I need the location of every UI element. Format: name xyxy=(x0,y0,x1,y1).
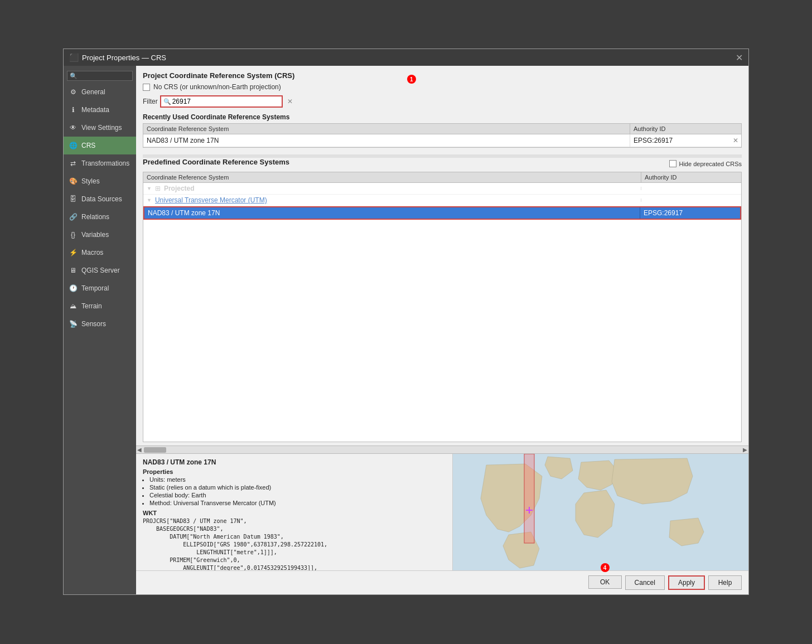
filter-row: Filter 🔍 ✕ xyxy=(143,95,742,108)
tree-col-auth-header: Authority ID xyxy=(641,172,741,182)
sidebar-item-temporal[interactable]: 🕐 Temporal xyxy=(64,279,136,297)
sidebar-item-macros[interactable]: ⚡ Macros xyxy=(64,244,136,262)
scroll-right-arrow[interactable]: ▶ xyxy=(743,447,747,453)
sidebar-label-temporal: Temporal xyxy=(81,284,109,292)
no-crs-label: No CRS (or unknown/non-Earth projection) xyxy=(153,83,281,91)
predefined-section: Predefined Coordinate Reference Systems … xyxy=(136,158,748,446)
tree-nad83-label: NAD83 / UTM zone 17N xyxy=(144,207,640,219)
sidebar-label-relations: Relations xyxy=(81,213,109,221)
prop-2: Celestial body: Earth xyxy=(149,492,446,498)
transformations-icon: ⇄ xyxy=(68,158,78,168)
sidebar-label-sensors: Sensors xyxy=(81,320,106,328)
sidebar-search-input[interactable] xyxy=(67,71,133,81)
sidebar-item-general[interactable]: ⚙ General xyxy=(64,83,136,101)
prop-0: Units: meters xyxy=(149,476,446,483)
window-title: Project Properties — CRS xyxy=(82,54,166,62)
tree-projected-label: ▼ ⊞ Projected xyxy=(143,183,641,194)
sidebar-item-sensors[interactable]: 📡 Sensors xyxy=(64,315,136,333)
predefined-title: Predefined Coordinate Reference Systems xyxy=(143,158,289,166)
footer-buttons: 4 OK Cancel Apply Help xyxy=(136,570,748,594)
tree-row-nad83-container: NAD83 / UTM zone 17N EPSG:26917 3 xyxy=(143,206,741,220)
wkt-code: PROJCRS["NAD83 / UTM zone 17N", BASEGEOG… xyxy=(143,517,446,570)
metadata-icon: ℹ xyxy=(68,105,78,115)
sidebar-item-terrain[interactable]: ⛰ Terrain xyxy=(64,297,136,315)
sidebar-label-styles: Styles xyxy=(81,177,100,185)
sidebar-label-general: General xyxy=(81,88,105,96)
recently-crs-name-0: NAD83 / UTM zone 17N xyxy=(143,134,630,147)
terrain-icon: ⛰ xyxy=(68,301,78,311)
sidebar-label-crs: CRS xyxy=(81,142,95,149)
predefined-crs-tree[interactable]: Coordinate Reference System Authority ID… xyxy=(143,172,742,442)
tree-row-nad83[interactable]: NAD83 / UTM zone 17N EPSG:26917 xyxy=(143,206,741,220)
properties-title: Properties xyxy=(143,468,446,475)
crs-top-section: Project Coordinate Reference System (CRS… xyxy=(136,66,748,154)
prop-3: Method: Universal Transverse Mercator (U… xyxy=(149,500,446,506)
sidebar-label-variables: Variables xyxy=(81,231,109,239)
sidebar-label-macros: Macros xyxy=(81,249,103,256)
horizontal-scrollbar[interactable]: ◀ ▶ xyxy=(136,446,748,453)
recently-used-table: Coordinate Reference System Authority ID… xyxy=(143,123,742,148)
page-title: Project Coordinate Reference System (CRS… xyxy=(143,71,742,80)
prop-1: Static (relies on a datum which is plate… xyxy=(149,484,446,491)
wkt-title: WKT xyxy=(143,510,446,516)
sidebar-item-view-settings[interactable]: 👁 View Settings xyxy=(64,119,136,137)
filter-input[interactable] xyxy=(172,98,262,105)
recently-auth-0: EPSG:26917 xyxy=(630,134,730,147)
tree-utm-auth xyxy=(641,198,741,202)
sidebar-label-transformations: Transformations xyxy=(81,159,129,167)
qgis-server-icon: 🖥 xyxy=(68,265,78,275)
filter-input-wrap: 🔍 xyxy=(160,95,283,108)
hide-deprecated-checkbox[interactable] xyxy=(669,160,676,167)
cancel-button[interactable]: Cancel xyxy=(625,575,665,590)
no-crs-row: No CRS (or unknown/non-Earth projection)… xyxy=(143,83,742,91)
sidebar-item-styles[interactable]: 🎨 Styles xyxy=(64,172,136,190)
help-button[interactable]: Help xyxy=(708,575,742,590)
sidebar-item-relations[interactable]: 🔗 Relations xyxy=(64,208,136,226)
close-button[interactable]: ✕ xyxy=(736,52,743,63)
tree-projected-auth xyxy=(641,187,741,190)
general-icon: ⚙ xyxy=(68,87,78,97)
scroll-left-arrow[interactable]: ◀ xyxy=(137,447,142,453)
no-crs-checkbox[interactable] xyxy=(143,84,150,91)
tree-utm-label: ▼ Universal Transverse Mercator (UTM) xyxy=(143,195,641,206)
recently-col-crs-header: Coordinate Reference System xyxy=(143,124,630,134)
sidebar-item-crs[interactable]: 🌐 CRS xyxy=(64,137,136,154)
tree-row-utm[interactable]: ▼ Universal Transverse Mercator (UTM) xyxy=(143,195,741,206)
tree-utm-text[interactable]: Universal Transverse Mercator (UTM) xyxy=(155,196,267,204)
macros-icon: ⚡ xyxy=(68,248,78,258)
sidebar-search xyxy=(64,69,136,83)
tree-col-crs-header: Coordinate Reference System xyxy=(143,172,641,182)
tree-row-projected[interactable]: ▼ ⊞ Projected xyxy=(143,183,741,195)
tree-nad83-auth: EPSG:26917 xyxy=(640,207,740,219)
hide-deprecated-label: Hide deprecated CRSs xyxy=(679,161,742,167)
callout-4: 4 xyxy=(601,563,610,572)
sensors-icon: 📡 xyxy=(68,319,78,329)
variables-icon: {} xyxy=(68,230,78,240)
hide-deprecated: Hide deprecated CRSs xyxy=(669,160,742,167)
callout-1: 1 xyxy=(407,75,416,84)
view-settings-icon: 👁 xyxy=(68,123,78,133)
ok-button[interactable]: OK xyxy=(588,575,622,589)
filter-clear-button[interactable]: ✕ xyxy=(287,98,293,105)
svg-rect-1 xyxy=(524,454,534,543)
properties-list: Units: meters Static (relies on a datum … xyxy=(149,476,446,506)
sidebar-label-terrain: Terrain xyxy=(81,302,102,310)
sidebar-item-variables[interactable]: {} Variables xyxy=(64,226,136,244)
grid-icon-projected: ⊞ xyxy=(155,185,161,192)
recently-row-0[interactable]: NAD83 / UTM zone 17N EPSG:26917 ✕ xyxy=(143,134,741,147)
temporal-icon: 🕐 xyxy=(68,283,78,293)
sidebar-item-transformations[interactable]: ⇄ Transformations xyxy=(64,154,136,172)
sidebar-label-view-settings: View Settings xyxy=(81,124,122,132)
main-content: Project Coordinate Reference System (CRS… xyxy=(136,66,748,594)
sidebar-label-qgis-server: QGIS Server xyxy=(81,267,120,274)
sidebar-item-metadata[interactable]: ℹ Metadata xyxy=(64,101,136,119)
sidebar-item-data-sources[interactable]: 🗄 Data Sources xyxy=(64,190,136,208)
sidebar-item-qgis-server[interactable]: 🖥 QGIS Server xyxy=(64,262,136,279)
map-preview-panel xyxy=(453,454,748,570)
recently-row-clear-0[interactable]: ✕ xyxy=(730,134,741,147)
titlebar-left: ⬛ Project Properties — CRS xyxy=(69,53,166,62)
apply-button[interactable]: Apply xyxy=(668,575,705,590)
hscroll-thumb[interactable] xyxy=(144,447,166,453)
predefined-header: Predefined Coordinate Reference Systems … xyxy=(143,158,742,170)
relations-icon: 🔗 xyxy=(68,212,78,222)
